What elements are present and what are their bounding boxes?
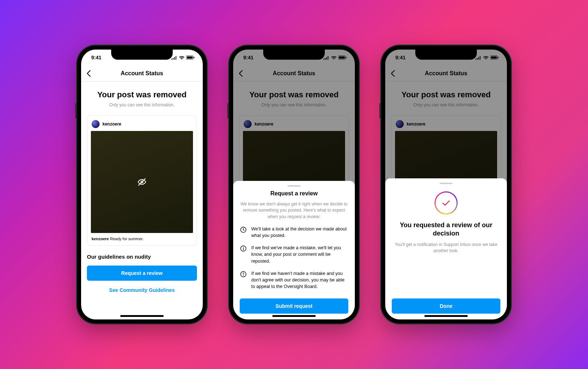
request-review-sheet: Request a review We know we don't always… [233,181,355,319]
submit-request-button[interactable]: Submit request [240,298,348,314]
bullet-text-1: We'll take a look at the decision we mad… [251,226,348,239]
svg-rect-2 [194,57,194,58]
caption-username: kenzoere [92,237,109,241]
bullet-row-1: We'll take a look at the decision we mad… [240,226,348,239]
home-indicator[interactable] [272,315,316,317]
confirm-title: You requested a review of our decision [392,221,500,238]
svg-point-9 [243,247,244,248]
sheet-intro: We know we don't always get it right whe… [240,201,348,220]
guidelines-section-title: Our guidelines on nudity [87,254,197,260]
status-time: 9:41 [91,55,101,60]
sheet-grabber[interactable] [287,185,301,187]
notch [111,50,173,60]
removed-post-card: kenzoere kenzoere Ready for summer. [87,115,197,246]
bullet-text-2: If we find we've made a mistake, we'll l… [251,245,348,264]
battery-icon [186,55,195,60]
done-button[interactable]: Done [392,298,500,314]
svg-rect-1 [187,56,193,59]
avatar [92,120,100,128]
status-indicators [171,55,195,60]
alert-icon [240,271,247,290]
confirm-subtext: You'll get a notification in Support Inb… [392,242,500,254]
see-guidelines-button[interactable]: See Community Guidelines [87,283,197,297]
success-check-icon [434,191,458,215]
chevron-left-icon [86,70,91,77]
request-review-button[interactable]: Request a review [87,266,197,281]
username: kenzoere [102,122,121,127]
phone-request-review-sheet: 9:41 Account Status Your post was remove… [229,45,359,324]
clock-icon [240,226,247,239]
post-caption: kenzoere Ready for summer. [91,237,193,241]
bullet-row-3: If we find we haven't made a mistake and… [240,270,348,290]
wifi-icon [179,56,185,60]
nav-title: Account Status [121,70,163,77]
page-heading: Your post was removed [87,90,197,99]
phone-account-status: 9:41 Account Status Your post was remove… [77,45,207,324]
bullet-row-2: If we find we've made a mistake, we'll l… [240,245,348,264]
hidden-eye-icon [137,177,147,187]
notch [263,50,325,60]
phone-review-confirmed-sheet: 9:41 Account Status Your post was remove… [381,45,511,324]
back-button[interactable] [86,70,91,77]
svg-point-11 [243,275,244,276]
notch [415,50,477,60]
home-indicator[interactable] [424,315,468,317]
caption-text: Ready for summer. [110,237,144,241]
bullet-text-3: If we find we haven't made a mistake and… [251,270,348,290]
content-area: Your post was removed Only you can see t… [81,81,203,297]
review-confirmation-sheet: You requested a review of our decision Y… [385,178,507,319]
page-subtext: Only you can see this information. [87,102,197,107]
info-icon [240,245,247,264]
nav-bar: Account Status [81,65,203,81]
post-thumbnail [91,131,193,233]
home-indicator[interactable] [120,315,164,317]
sheet-grabber[interactable] [440,183,453,184]
sheet-title: Request a review [240,190,348,197]
